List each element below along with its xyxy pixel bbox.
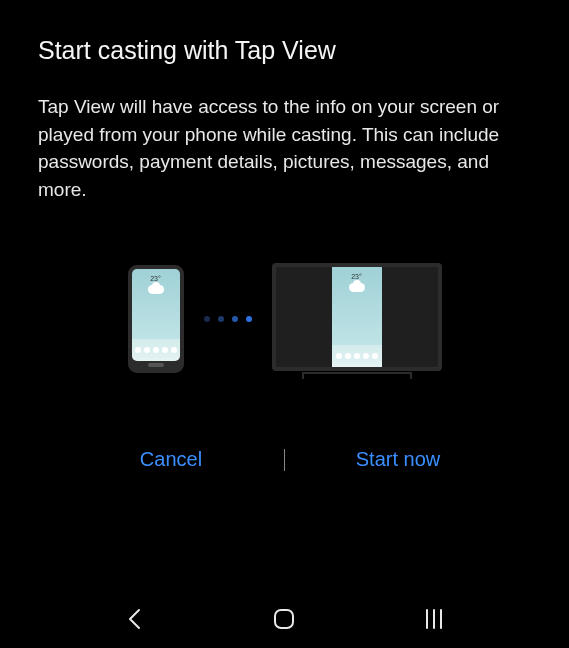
nav-back-button[interactable] <box>111 595 159 643</box>
start-now-button[interactable]: Start now <box>285 434 511 485</box>
cancel-button[interactable]: Cancel <box>58 434 284 485</box>
tv-temperature: 23° <box>351 273 362 280</box>
back-icon <box>126 608 144 630</box>
cloud-icon <box>349 283 365 292</box>
cast-permission-dialog: Start casting with Tap View Tap View wil… <box>0 0 569 485</box>
casting-illustration: 23° 23° <box>38 263 531 374</box>
home-icon <box>272 607 296 631</box>
recents-icon <box>426 609 442 629</box>
connection-dots-icon <box>204 316 252 322</box>
nav-home-button[interactable] <box>260 595 308 643</box>
svg-rect-0 <box>275 610 293 628</box>
phone-icon: 23° <box>128 265 184 373</box>
dialog-actions: Cancel Start now <box>38 434 531 485</box>
system-navbar <box>0 590 569 648</box>
cloud-icon <box>148 285 164 294</box>
dialog-body: Tap View will have access to the info on… <box>38 93 531 203</box>
phone-temperature: 23° <box>150 275 161 282</box>
dialog-title: Start casting with Tap View <box>38 36 531 65</box>
tv-icon: 23° <box>272 263 442 374</box>
nav-recents-button[interactable] <box>410 595 458 643</box>
